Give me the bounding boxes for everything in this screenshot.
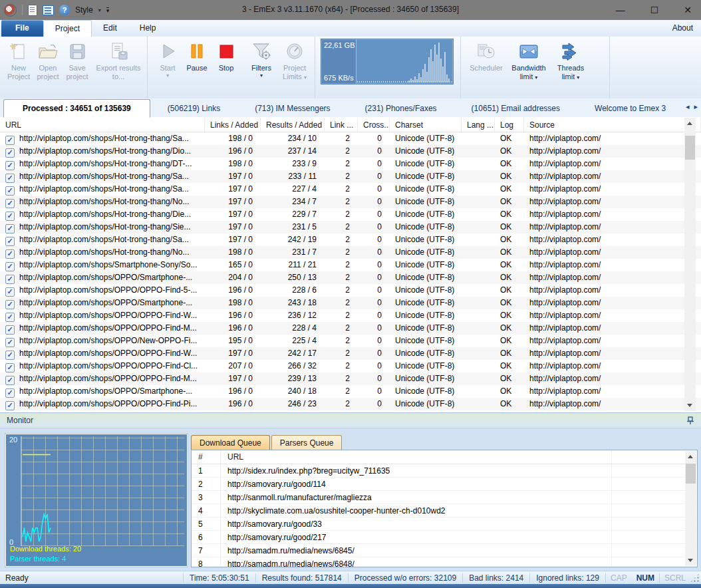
table-row[interactable]: ✓http://viplaptop.com/shops/Hot-trong-th… [0,208,701,221]
close-button[interactable]: ✕ [684,5,692,15]
resize-grip[interactable] [690,573,700,583]
column-header-cross[interactable]: Cross... [358,118,390,132]
menu-tab-help[interactable]: Help [128,20,168,37]
checkbox-icon[interactable]: ✓ [5,338,15,347]
queue-row[interactable]: 2http://samovary.ru/good/114 [192,478,697,491]
checkbox-icon[interactable]: ✓ [5,237,15,246]
project-limits-button[interactable]: Project Limits ▾ [277,37,313,82]
style-menu[interactable]: Style [75,5,93,15]
table-row[interactable]: ✓http://viplaptop.com/shops/OPPO/OPPO-Fi… [0,398,701,410]
table-row[interactable]: ✓http://viplaptop.com/shops/Hot-trong-th… [0,196,701,208]
scrollbar-thumb[interactable] [686,464,696,484]
table-row[interactable]: ✓http://viplaptop.com/shops/Hot-trong-th… [0,170,701,183]
column-header-log[interactable]: Log [495,118,524,132]
table-row[interactable]: ✓http://viplaptop.com/shops/OPPO/OPPO-Fi… [0,347,701,360]
scroll-down-icon[interactable] [684,400,696,411]
table-row[interactable]: ✓http://viplaptop.com/shops/OPPO/Smartph… [0,297,701,309]
table-row[interactable]: ✓http://viplaptop.com/shops/Hot-trong-th… [0,233,701,246]
menu-tab-file[interactable]: File [1,20,43,37]
new-project-button[interactable]: New Project [4,37,33,82]
stop-button[interactable]: Stop [211,37,241,74]
tab-download-queue[interactable]: Download Queue [191,435,270,450]
result-tab-5[interactable]: Welcome to Emex 3 [577,100,683,117]
checkbox-icon[interactable]: ✓ [5,376,15,385]
bandwidth-limit-button[interactable]: Bandwidth limit ▾ [506,37,551,82]
checkbox-icon[interactable]: ✓ [5,351,15,360]
table-row[interactable]: ✓http://viplaptop.com/shops/OPPO/OPPO-Fi… [0,322,701,335]
result-tab-3[interactable]: (231) Phones/Faxes [348,100,454,117]
scroll-up-icon[interactable] [685,451,696,462]
queue-scrollbar[interactable] [685,451,696,566]
checkbox-icon[interactable]: ✓ [5,287,15,297]
table-row[interactable]: ✓http://viplaptop.com/shops/OPPO/OPPO-Fi… [0,284,701,297]
column-header-source[interactable]: Source [524,118,701,132]
checkbox-icon[interactable]: ✓ [5,161,15,170]
checkbox-icon[interactable]: ✓ [5,313,15,322]
open-project-button[interactable]: Open project [33,37,63,82]
scheduler-button[interactable]: Scheduler [466,37,506,74]
report-icon[interactable] [28,5,37,16]
menu-tab-edit[interactable]: Edit [92,20,128,37]
threads-limit-button[interactable]: Threads limit ▾ [551,37,590,82]
queue-row[interactable]: 3http://sanmoll.ru/manufacturer/magliezz… [192,491,697,504]
table-row[interactable]: ✓http://viplaptop.com/shops/Hot-trong-th… [0,145,701,158]
grid-scrollbar[interactable] [684,118,696,411]
table-row[interactable]: ✓http://viplaptop.com/shops/Hot-trong-th… [0,246,701,259]
checkbox-icon[interactable]: ✓ [5,401,15,410]
checkbox-icon[interactable]: ✓ [5,249,15,259]
minimize-button[interactable]: — [616,5,625,15]
pause-button[interactable]: Pause [182,37,211,74]
queue-row[interactable]: 7http://samadm.ru/media/news/6845/ [192,544,697,557]
list-view-icon[interactable] [43,5,54,15]
table-row[interactable]: ✓http://viplaptop.com/shops/OPPO/New-OPP… [0,335,701,347]
column-header-links[interactable]: Links / Added [205,118,261,132]
checkbox-icon[interactable]: ✓ [5,199,15,208]
table-row[interactable]: ✓http://viplaptop.com/shops/Hot-trong-th… [0,221,701,233]
queue-row[interactable]: 6http://samovary.ru/good/217 [192,531,697,544]
column-header-charset[interactable]: Charset [390,118,462,132]
help-icon[interactable]: ? [59,5,70,15]
chevron-down-icon[interactable]: ▾ [98,7,101,13]
scrollbar-thumb[interactable] [685,136,695,160]
checkbox-icon[interactable]: ✓ [5,275,15,284]
table-row[interactable]: ✓http://viplaptop.com/shops/Hot-trong-th… [0,183,701,196]
table-row[interactable]: ✓http://viplaptop.com/shops/Smartphone-S… [0,259,701,271]
result-tab-2[interactable]: (713) IM Messengers [237,100,347,117]
checkbox-icon[interactable]: ✓ [5,136,15,145]
start-button[interactable]: Start ▾ [153,37,182,80]
checkbox-icon[interactable]: ✓ [5,325,15,335]
menu-tab-project[interactable]: Project [43,20,92,37]
tab-parsers-queue[interactable]: Parsers Queue [271,435,343,450]
pin-icon[interactable] [685,415,696,426]
checkbox-icon[interactable]: ✓ [5,300,15,309]
about-link[interactable]: About [672,23,693,33]
scroll-tabs-left-icon[interactable]: ◂ [686,102,690,111]
queue-row[interactable]: 5http://samovary.ru/good/33 [192,517,697,531]
checkbox-icon[interactable]: ✓ [5,388,15,398]
checkbox-icon[interactable]: ✓ [5,363,15,372]
table-row[interactable]: ✓http://viplaptop.com/shops/OPPO/Smartph… [0,271,701,284]
result-tab-1[interactable]: (506219) Links [150,100,237,117]
checkbox-icon[interactable]: ✓ [5,262,15,271]
customize-toolbar-icon[interactable]: ▾ [106,7,110,13]
table-row[interactable]: ✓http://viplaptop.com/shops/Hot-trong-th… [0,158,701,170]
checkbox-icon[interactable]: ✓ [5,186,15,196]
checkbox-icon[interactable]: ✓ [5,224,15,233]
maximize-button[interactable]: ☐ [650,5,659,15]
table-row[interactable]: ✓http://viplaptop.com/shops/OPPO/Smartph… [0,385,701,398]
queue-row[interactable]: 8http://samadm.ru/media/news/6848/ [192,557,697,567]
queue-row[interactable]: 4http://skyclimate.com.ua/osushitel-coop… [192,504,697,517]
scroll-tabs-right-icon[interactable]: ▸ [694,102,698,111]
checkbox-icon[interactable]: ✓ [5,148,15,158]
export-results-button[interactable]: Export results to... [92,37,145,82]
column-header-url[interactable]: URL [0,118,205,132]
column-header-lang[interactable]: Lang ... [462,118,495,132]
checkbox-icon[interactable]: ✓ [5,212,15,221]
table-row[interactable]: ✓http://viplaptop.com/shops/OPPO/OPPO-Fi… [0,372,701,385]
table-row[interactable]: ✓http://viplaptop.com/shops/OPPO/OPPO-Fi… [0,360,701,372]
save-project-button[interactable]: Save project [63,37,92,82]
column-header-results[interactable]: Results / Added [261,118,325,132]
table-row[interactable]: ✓http://viplaptop.com/shops/Hot-trong-th… [0,132,701,145]
result-tab-4[interactable]: (10651) Email addresses [454,100,577,117]
column-header-link[interactable]: Link ... [325,118,358,132]
